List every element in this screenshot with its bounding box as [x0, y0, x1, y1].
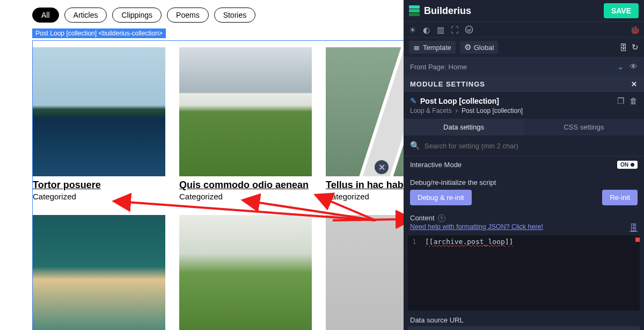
tab-css-settings[interactable]: CSS settings [524, 119, 644, 135]
post-card[interactable]: Tortor posuere Categorized [33, 47, 165, 201]
pencil-icon[interactable]: ✎ [410, 96, 417, 106]
brand-name: Builderius [424, 5, 471, 17]
filter-poems[interactable]: Poems [167, 8, 209, 23]
data-source-url-input[interactable]: 🗄 [408, 326, 640, 330]
settings-tabs: Data settings CSS settings [404, 119, 644, 135]
settings-sidebar: Builderius SAVE ☀ ◐ ▥ ⛶ 🐞 ≣ Template ⚙ G… [404, 0, 644, 330]
template-label: Template [423, 44, 451, 52]
reinit-button[interactable]: Re-init [602, 190, 638, 205]
error-marker-icon [635, 238, 640, 242]
filter-stories[interactable]: Stories [214, 8, 256, 23]
post-thumbnail [326, 47, 404, 176]
filter-articles[interactable]: Articles [64, 8, 107, 23]
page-row[interactable]: Front Page: Home ⌄ 👁 [404, 58, 644, 76]
topbar: Builderius SAVE [404, 0, 644, 22]
collection-label: Post Loop [collection] <builderius-colle… [32, 28, 166, 38]
post-card[interactable] [326, 215, 404, 330]
view-icons-row: ☀ ◐ ▥ ⛶ 🐞 [404, 22, 644, 38]
post-title[interactable]: Tortor posuere [33, 180, 165, 191]
help-icon[interactable]: ? [438, 214, 445, 222]
filter-bar: All Articles Clippings Poems Stories [32, 8, 404, 23]
wordpress-icon[interactable] [465, 25, 473, 34]
post-category: Categorized [33, 192, 165, 201]
close-overlay-icon[interactable]: ✕ [375, 160, 389, 174]
post-card[interactable] [33, 215, 165, 330]
brand-logo-icon [409, 5, 420, 16]
line-number: 1 [412, 238, 416, 246]
breadcrumb: Loop & Facets › Post Loop [collection] [404, 107, 644, 119]
preview-canvas: All Articles Clippings Poems Stories Pos… [0, 0, 404, 330]
code-content: [[archive.post_loop]] [425, 238, 513, 246]
content-label: Content [410, 214, 435, 222]
database-icon[interactable]: 🗄 [619, 43, 627, 52]
post-category: Categorized [326, 192, 404, 201]
search-icon: 🔍 [410, 141, 420, 150]
eye-icon[interactable]: 👁 [630, 62, 638, 71]
filter-clippings[interactable]: Clippings [112, 8, 162, 23]
settings-search[interactable]: 🔍 [404, 135, 644, 156]
debug-section-label: Debug/re-initialize the script [404, 173, 644, 190]
history-icon[interactable]: ↻ [632, 42, 639, 52]
data-source-url-label: Data source URL [404, 311, 644, 326]
contrast-icon[interactable]: ◐ [423, 25, 431, 34]
post-title[interactable]: Quis commodo odio aenean [179, 180, 312, 191]
post-card[interactable]: Quis commodo odio aenean Categorized [179, 47, 312, 201]
layout-icon[interactable]: ▥ [437, 25, 445, 34]
json-help-link[interactable]: Need help with formatting JSON? Click he… [410, 223, 543, 232]
chevron-down-icon[interactable]: ⌄ [617, 62, 624, 71]
template-button[interactable]: ≣ Template [409, 41, 456, 54]
sun-icon[interactable]: ☀ [409, 25, 418, 34]
bug-icon[interactable]: 🐞 [630, 25, 639, 34]
search-input[interactable] [425, 142, 638, 150]
interactive-mode-toggle[interactable]: ON [617, 161, 638, 169]
global-button[interactable]: ⚙ Global [460, 41, 499, 54]
post-thumbnail [33, 215, 165, 330]
trash-icon[interactable]: 🗑 [630, 96, 638, 106]
interactive-mode-label: Interactive Mode [410, 161, 462, 169]
filter-all[interactable]: All [32, 8, 59, 23]
post-grid[interactable]: Tortor posuere Categorized Quis commodo … [32, 40, 404, 330]
brand: Builderius [409, 5, 471, 17]
debug-reinit-button[interactable]: Debug & re-init [410, 190, 472, 205]
help-link-row: Need help with formatting JSON? Click he… [404, 223, 644, 235]
database-icon[interactable]: 🗄 [630, 223, 638, 232]
post-title[interactable]: Tellus in hac hab [326, 180, 404, 191]
post-thumbnail [33, 47, 165, 176]
toggle-value: ON [620, 162, 628, 168]
context-row: ≣ Template ⚙ Global 🗄 ↻ [404, 38, 644, 58]
post-card[interactable]: Tellus in hac hab Categorized [326, 47, 404, 201]
post-thumbnail [326, 215, 404, 330]
panel-title: MODULE SETTINGS [410, 80, 485, 88]
layers-icon: ≣ [413, 42, 420, 52]
module-title-row: ✎ Post Loop [collection] ❐ 🗑 [404, 92, 644, 107]
global-label: Global [474, 44, 494, 52]
panel-header: MODULE SETTINGS ✕ [404, 76, 644, 92]
post-thumbnail [179, 215, 312, 330]
gear-icon: ⚙ [464, 42, 471, 52]
save-button[interactable]: SAVE [604, 3, 639, 18]
close-icon[interactable]: ✕ [631, 80, 638, 88]
toggle-dot-icon [631, 163, 634, 167]
content-header: Content ? [404, 211, 644, 223]
interactive-mode-row: Interactive Mode ON [404, 156, 644, 173]
post-thumbnail [179, 47, 312, 176]
tab-data-settings[interactable]: Data settings [404, 119, 524, 135]
breadcrumb-current: Post Loop [collection] [462, 107, 523, 114]
breadcrumb-parent[interactable]: Loop & Facets [410, 107, 451, 114]
post-category: Categorized [179, 192, 312, 201]
copy-icon[interactable]: ❐ [617, 96, 624, 106]
page-label: Front Page: Home [410, 63, 467, 71]
expand-icon[interactable]: ⛶ [451, 25, 459, 34]
module-title: Post Loop [collection] [420, 97, 499, 105]
chevron-right-icon: › [456, 107, 458, 114]
post-card[interactable] [179, 215, 312, 330]
code-editor[interactable]: 1 [[archive.post_loop]] [408, 235, 640, 311]
